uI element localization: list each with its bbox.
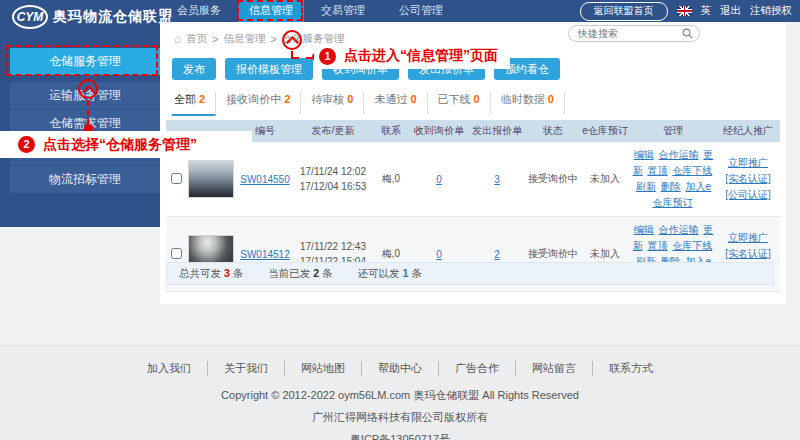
header-ewarehouse: e仓库预订 [580, 120, 630, 142]
topbar-right: 返回联盟首页 英 退出 注销授权 [580, 0, 793, 22]
header-sent-quote: 发出报价单 [468, 120, 526, 142]
header-received-inquiry: 收到询价单 [410, 120, 468, 142]
listing-id-link[interactable]: SW014550 [240, 174, 289, 185]
step2-text: 点击选择“仓储服务管理” [43, 136, 197, 154]
step2-connector-line [87, 100, 89, 125]
step1-connector-line [293, 57, 312, 59]
breadcrumb-separator: > [270, 33, 276, 45]
icp-record-text[interactable]: 粤ICP备13050717号 [0, 432, 800, 440]
table-row: SW014550 17/11/24 12:02 17/12/04 16:53 梅… [166, 142, 780, 217]
quote-template-button[interactable]: 报价模板管理 [225, 58, 313, 80]
update-time: 17/12/04 16:53 [296, 179, 370, 194]
tab-count: 2 [284, 93, 290, 105]
footer-join-us[interactable]: 加入我们 [131, 361, 208, 376]
pin-top-link[interactable]: 置顶 [648, 240, 668, 251]
tab-label: 临时数据 [501, 93, 545, 105]
publish-button[interactable]: 发布 [172, 58, 216, 80]
tab-count: 0 [410, 93, 416, 105]
sent-count-link[interactable]: 2 [494, 249, 500, 260]
listing-id-link[interactable]: SW014512 [240, 249, 289, 260]
sidebar-item-logistics-bidding[interactable]: 物流招标管理 [10, 166, 160, 193]
copyright-text: Copyright © 2012-2022 oym56LM.com 奥玛仓储联盟… [0, 388, 800, 403]
coop-transport-link[interactable]: 合作运输 [659, 149, 699, 160]
quota-number: 2 [313, 267, 319, 279]
return-home-button[interactable]: 返回联盟首页 [580, 2, 668, 21]
logout-link[interactable]: 退出 [720, 4, 741, 18]
quick-search-box [568, 25, 700, 42]
contact-cell: 梅,0 [372, 142, 410, 217]
filter-tabs: 全部2 接收询价中2 待审核0 未通过0 已下线0 临时数据0 [172, 92, 565, 116]
tab-label: 待审核 [311, 93, 344, 105]
footer-sitemap[interactable]: 网站地图 [285, 361, 362, 376]
tab-all[interactable]: 全部2 [172, 92, 216, 116]
tab-offline[interactable]: 已下线0 [428, 92, 491, 114]
status-cell: 接受询价中 [526, 142, 580, 217]
realname-cert-link[interactable]: [实名认证] [718, 246, 778, 262]
footer-feedback[interactable]: 网站留言 [516, 361, 593, 376]
promote-now-link[interactable]: 立即推广 [718, 230, 778, 246]
pin-top-link[interactable]: 置顶 [648, 165, 668, 176]
publish-time: 17/11/22 12:43 [296, 239, 370, 254]
header-publish-update: 发布/更新 [294, 120, 372, 142]
promote-now-link[interactable]: 立即推广 [718, 155, 778, 171]
step2-number-badge: 2 [18, 136, 35, 153]
tab-count: 0 [474, 93, 480, 105]
quota-label: 当前已发 [268, 267, 310, 279]
step2-callout: 2 点击选择“仓储服务管理” [0, 131, 252, 158]
quota-unit: 条 [411, 267, 422, 279]
footer-about-us[interactable]: 关于我们 [208, 361, 285, 376]
page-footer: 加入我们 关于我们 网站地图 帮助中心 广告合作 网站留言 联系方式 Copyr… [0, 345, 800, 440]
offline-link[interactable]: 仓库下线 [672, 165, 712, 176]
tab-not-passed[interactable]: 未通过0 [364, 92, 427, 114]
header-manage: 管理 [630, 120, 716, 142]
tab-count: 2 [199, 93, 205, 105]
header-broker-promo: 经纪人推广 [716, 120, 780, 142]
sent-count-link[interactable]: 3 [494, 174, 500, 185]
tab-receiving-inquiry[interactable]: 接收询价中2 [216, 92, 301, 114]
warehouse-photo[interactable] [188, 160, 234, 198]
manage-cell: 编辑 合作运输 更新 置顶 仓库下线 刷新 删除 加入e仓库预订 [630, 142, 716, 217]
step1-number-badge: 1 [319, 48, 336, 65]
step1-text: 点击进入“信息管理”页面 [344, 47, 498, 65]
received-count-link[interactable]: 0 [436, 249, 442, 260]
breadcrumb-home[interactable]: 首页 [186, 32, 207, 46]
step2-highlight-rect [6, 45, 158, 76]
footer-links: 加入我们 关于我们 网站地图 帮助中心 广告合作 网站留言 联系方式 [0, 361, 800, 376]
coop-transport-link[interactable]: 合作运输 [659, 224, 699, 235]
company-text: 广州汇得网络科技有限公司版权所有 [0, 410, 800, 425]
tab-temp-data[interactable]: 临时数据0 [491, 92, 565, 114]
step1-circle-marker [282, 30, 302, 50]
row-checkbox[interactable] [171, 173, 182, 184]
offline-link[interactable]: 仓库下线 [672, 240, 712, 251]
ewarehouse-cell: 未加入 [580, 142, 630, 217]
quota-published: 当前已发2条 [268, 267, 335, 279]
refresh-link[interactable]: 刷新 [636, 181, 656, 192]
breadcrumb-info-management[interactable]: 信息管理 [223, 32, 265, 46]
nav-trade-management[interactable]: 交易管理 [304, 0, 382, 22]
quota-total: 总共可发3条 [179, 267, 246, 279]
brand-logo[interactable]: CYM 奥玛物流仓储联盟 [12, 5, 173, 29]
row-checkbox[interactable] [171, 248, 182, 259]
tab-count: 0 [548, 93, 554, 105]
nav-company-management[interactable]: 公司管理 [382, 0, 460, 22]
footer-ad-coop[interactable]: 广告合作 [439, 361, 516, 376]
brand-title: 奥玛物流仓储联盟 [53, 8, 173, 26]
search-input[interactable] [578, 28, 682, 39]
edit-link[interactable]: 编辑 [634, 224, 654, 235]
received-count-link[interactable]: 0 [436, 174, 442, 185]
language-link[interactable]: 英 [701, 4, 712, 18]
edit-link[interactable]: 编辑 [634, 149, 654, 160]
realname-cert-link[interactable]: [实名认证] [718, 171, 778, 187]
search-icon[interactable] [682, 28, 693, 39]
company-cert-link[interactable]: [公司认证] [718, 187, 778, 203]
quota-number: 1 [403, 267, 409, 279]
delete-link[interactable]: 删除 [661, 181, 681, 192]
footer-contact[interactable]: 联系方式 [593, 361, 669, 376]
deauthorize-link[interactable]: 注销授权 [750, 4, 792, 18]
footer-help-center[interactable]: 帮助中心 [362, 361, 439, 376]
top-nav: 会员服务 信息管理 交易管理 公司管理 [160, 0, 460, 22]
tab-pending-review[interactable]: 待审核0 [301, 92, 364, 114]
home-icon: ⌂ [174, 32, 181, 46]
header-status: 状态 [526, 120, 580, 142]
tab-label: 接收询价中 [226, 93, 281, 105]
